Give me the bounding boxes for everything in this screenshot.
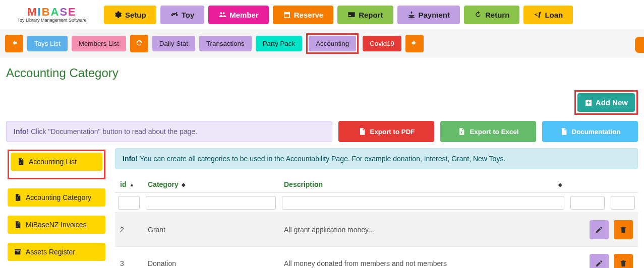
filter-description[interactable] [282,196,564,210]
nav-toy[interactable]: Toy [160,6,205,24]
export-excel-button[interactable]: Export to Excel [440,121,536,142]
motorcycle-icon [170,11,179,19]
nav-loan[interactable]: Loan [523,6,573,24]
info-panel-2: Info! You can create all categories to b… [115,148,638,169]
paper-plane-icon [534,11,542,19]
sort-icon: ◆ [182,182,186,187]
donate-icon [407,11,416,19]
sort-asc-icon: ▲ [129,182,134,187]
edit-icon [595,226,603,234]
trash-icon [619,226,627,234]
undo-icon [474,11,482,19]
file-invoice-dollar-icon [17,158,25,166]
nav-reserve[interactable]: Reserve [273,6,333,24]
subnav-transactions[interactable]: Transactions [199,36,252,51]
subnav-covid[interactable]: Covid19 [363,36,401,51]
id-card-icon [347,11,356,19]
highlight-accounting-list: Accounting List [8,150,105,179]
add-new-button[interactable]: Add New [577,93,635,112]
nav-member[interactable]: Member [208,6,269,24]
documentation-button[interactable]: Documentation [542,121,638,142]
export-pdf-button[interactable]: Export to PDF [338,121,434,142]
subnav-party-pack[interactable]: Party Pack [256,36,302,51]
sync-icon [135,39,143,47]
nav-return[interactable]: Return [464,6,519,24]
col-category[interactable]: Category◆ [143,176,279,193]
archive-icon [14,248,22,256]
file-alt-icon [560,127,568,136]
filter-col5[interactable] [611,196,635,210]
arrow-right-icon [411,39,419,47]
plus-square-icon [584,99,593,107]
highlight-accounting: Accounting [306,33,359,54]
nav-payment[interactable]: Payment [397,6,460,24]
edit-button[interactable] [590,220,609,239]
filter-col4[interactable] [570,196,605,210]
table-row: 2 Grant All grant application money... [115,213,638,247]
edit-button[interactable] [590,254,609,268]
edge-tab[interactable] [635,37,644,53]
users-icon [218,11,226,19]
info-panel: Info! Click "Documentation" button to re… [6,121,332,142]
delete-button[interactable] [614,254,633,268]
sidebar-accounting-list[interactable]: Accounting List [11,153,102,171]
file-pdf-icon [358,127,366,136]
sidebar-accounting-category[interactable]: Accounting Category [8,188,105,207]
subnav-members-list[interactable]: Members List [72,36,126,51]
file-invoice-dollar-icon [14,193,22,202]
sort-icon: ◆ [558,182,562,187]
sidebar-assets-register[interactable]: Assets Register [8,243,105,261]
subnav-forward[interactable] [405,35,424,52]
filter-category[interactable] [146,196,276,210]
app-logo: MIBASE Toy Library Management Software [4,4,100,25]
file-invoice-dollar-icon [14,221,22,229]
col-id[interactable]: id▲ [115,176,143,193]
page-title: Accounting Category [6,66,638,80]
subnav-daily-stat[interactable]: Daily Stat [152,36,195,51]
categories-table: id▲ Category◆ Description◆ 2 Gran [115,176,638,268]
arrow-left-icon [10,39,18,47]
nav-setup[interactable]: Setup [104,6,156,24]
subnav-refresh[interactable] [130,35,148,52]
edit-icon [595,259,603,267]
delete-button[interactable] [614,220,633,239]
subnav-toys-list[interactable]: Toys List [27,36,68,51]
table-row: 3 Donation All money donated from member… [115,247,638,269]
sidebar-invoices[interactable]: MiBaseNZ Invoices [8,216,105,234]
subnav-back[interactable] [5,35,23,52]
file-excel-icon [457,127,465,136]
cogs-icon [114,11,122,19]
subnav-accounting[interactable]: Accounting [309,36,356,51]
trash-icon [619,259,627,267]
highlight-add-new: Add New [574,90,638,115]
calendar-icon [283,11,291,19]
nav-report[interactable]: Report [337,6,393,24]
logo-subtitle: Toy Library Management Software [17,18,86,23]
col-description[interactable]: Description◆ [279,176,567,193]
filter-id[interactable] [118,196,140,210]
